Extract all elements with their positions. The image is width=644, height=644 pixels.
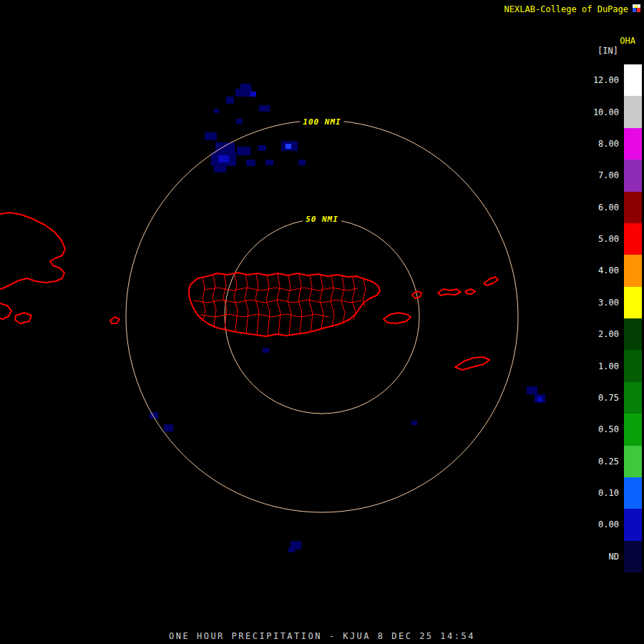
- legend-scale: 12.0010.008.007.006.005.004.003.002.001.…: [577, 64, 642, 572]
- legend-entry-label: 1.00: [577, 361, 619, 371]
- legend-entry-swatch: [624, 223, 642, 255]
- range-rings: [126, 120, 518, 512]
- hispaniola-coastline: [0, 213, 65, 289]
- legend-entry-swatch: [624, 382, 642, 414]
- range-ring-label-50nmi: 50 NMI: [303, 215, 341, 224]
- legend-entry-label: 2.00: [577, 329, 619, 339]
- legend-entry-swatch: [624, 192, 642, 223]
- legend-entry-swatch: [624, 64, 642, 96]
- legend-entry-label: 3.00: [577, 298, 619, 308]
- legend-entry: 0.50: [577, 414, 642, 445]
- legend-entry-label: 4.00: [577, 265, 619, 275]
- legend-entry-swatch: [624, 350, 642, 381]
- legend-product-code: OHA: [620, 36, 635, 46]
- legend-entry-swatch: [624, 446, 642, 477]
- range-ring-100nmi: [126, 120, 518, 512]
- legend-entry: 3.00: [577, 287, 642, 318]
- legend-entry: 4.00: [577, 255, 642, 286]
- legend-entry-label: 6.00: [577, 203, 619, 213]
- legend-entry-swatch: [624, 477, 642, 509]
- legend-entry: 0.00: [577, 509, 642, 540]
- legend-entry-label: ND: [577, 552, 619, 562]
- legend-entry-label: 8.00: [577, 139, 619, 149]
- puerto-rico-outline: [189, 273, 380, 336]
- legend-entry-swatch: [624, 541, 642, 572]
- radar-map: [0, 0, 644, 644]
- st-john-outline: [465, 289, 475, 294]
- legend-entry: ND: [577, 541, 642, 572]
- legend-entry-label: 0.75: [577, 393, 619, 403]
- legend-entry: 12.00: [577, 64, 642, 96]
- legend-entry: 1.00: [577, 350, 642, 381]
- legend-entry-label: 10.00: [577, 107, 619, 117]
- legend-entry-label: 0.25: [577, 457, 619, 467]
- vieques-outline: [384, 313, 411, 323]
- legend-entry: 0.75: [577, 382, 642, 414]
- municipality-boundaries: [193, 274, 366, 336]
- legend-entry: 0.25: [577, 446, 642, 477]
- mona-island-outline: [110, 317, 119, 323]
- legend-entry-label: 0.10: [577, 488, 619, 498]
- legend-entry-swatch: [624, 255, 642, 286]
- product-caption: ONE HOUR PRECIPITATION - KJUA 8 DEC 25 1…: [0, 631, 644, 641]
- coastlines: [0, 213, 498, 370]
- legend-entry: 7.00: [577, 160, 642, 191]
- legend-entry-swatch: [624, 414, 642, 445]
- legend-entry-swatch: [624, 160, 642, 191]
- range-ring-label-100nmi: 100 NMI: [300, 117, 343, 127]
- nexlab-logo-icon: [631, 3, 642, 14]
- legend-entry: 2.00: [577, 318, 642, 350]
- hispaniola-coastline-south: [0, 303, 11, 319]
- legend-entry-label: 12.00: [577, 75, 619, 85]
- precipitation-echoes: [150, 84, 545, 552]
- attribution-text: NEXLAB-College of DuPage: [504, 4, 628, 14]
- tortola-outline: [484, 277, 498, 286]
- saona-island-outline: [15, 313, 31, 323]
- legend-entry: 5.00: [577, 223, 642, 255]
- legend-entry-swatch: [624, 128, 642, 160]
- range-ring-50nmi: [225, 219, 419, 414]
- st-croix-outline: [455, 357, 489, 370]
- legend-units: [IN]: [597, 46, 618, 56]
- legend-entry-swatch: [624, 287, 642, 318]
- legend-entry-label: 0.50: [577, 424, 619, 434]
- legend-entry: 8.00: [577, 128, 642, 160]
- legend-entry: 0.10: [577, 477, 642, 509]
- legend-entry: 10.00: [577, 96, 642, 127]
- legend-entry-label: 0.00: [577, 519, 619, 530]
- legend-entry-swatch: [624, 96, 642, 127]
- radar-display: 100 NMI 50 NMI NEXLAB-College of DuPage …: [0, 0, 644, 644]
- legend-entry-label: 5.00: [577, 234, 619, 244]
- legend-entry: 6.00: [577, 192, 642, 223]
- legend-entry-swatch: [624, 509, 642, 540]
- legend-entry-swatch: [624, 318, 642, 350]
- st-thomas-outline: [438, 289, 461, 296]
- legend-entry-label: 7.00: [577, 170, 619, 180]
